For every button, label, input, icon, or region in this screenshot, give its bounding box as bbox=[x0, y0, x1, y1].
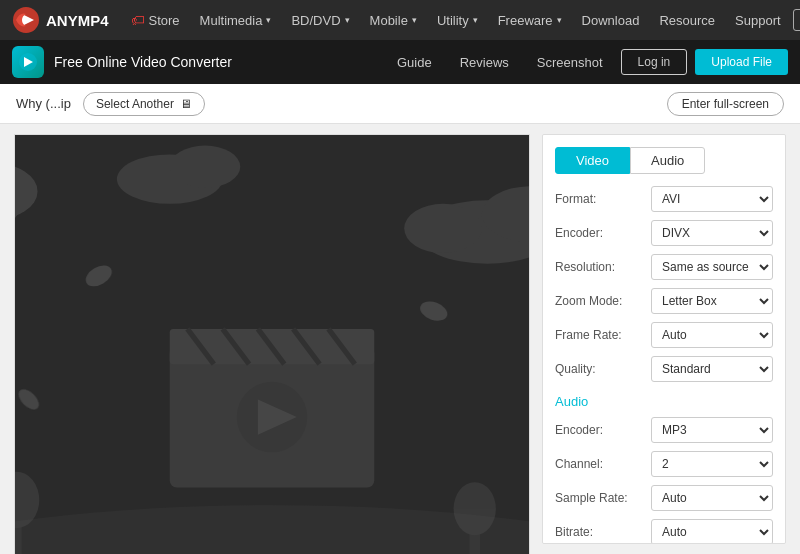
store-label: Store bbox=[149, 13, 180, 28]
audio-section-label: Audio bbox=[555, 394, 773, 409]
nav-download[interactable]: Download bbox=[574, 9, 648, 32]
encoder-select[interactable]: DIVX H.264 MPEG4 bbox=[651, 220, 773, 246]
why-text: Why (...ip bbox=[16, 96, 71, 111]
nav-bddvd[interactable]: BD/DVD ▾ bbox=[283, 9, 357, 32]
channel-select[interactable]: 2 1 6 bbox=[651, 451, 773, 477]
nav-mobile-label: Mobile bbox=[370, 13, 408, 28]
svg-point-9 bbox=[404, 204, 482, 253]
chevron-down-icon: ▾ bbox=[473, 15, 478, 25]
nav-freeware[interactable]: Freeware ▾ bbox=[490, 9, 570, 32]
bitrate-select[interactable]: Auto 128k 256k 320k bbox=[651, 519, 773, 544]
store-nav-item[interactable]: 🏷 Store bbox=[123, 8, 188, 32]
guide-link[interactable]: Guide bbox=[387, 51, 442, 74]
app-icon bbox=[12, 46, 44, 78]
settings-tabs: Video Audio bbox=[555, 147, 773, 174]
channel-row: Channel: 2 1 6 bbox=[555, 451, 773, 477]
chevron-down-icon: ▾ bbox=[345, 15, 350, 25]
nav-multimedia-label: Multimedia bbox=[200, 13, 263, 28]
zoom-mode-label: Zoom Mode: bbox=[555, 294, 645, 308]
bitrate-row: Bitrate: Auto 128k 256k 320k bbox=[555, 519, 773, 544]
nav-multimedia[interactable]: Multimedia ▾ bbox=[192, 9, 280, 32]
video-wrapper: ⏮ ⏭ 🔊 Please do bbox=[14, 134, 530, 544]
svg-point-11 bbox=[170, 146, 241, 188]
resolution-label: Resolution: bbox=[555, 260, 645, 274]
nav-freeware-label: Freeware bbox=[498, 13, 553, 28]
nav-support[interactable]: Support bbox=[727, 9, 789, 32]
brand-name: ANYMP4 bbox=[46, 12, 109, 29]
brand-logo-area[interactable]: ANYMP4 bbox=[12, 6, 109, 34]
resolution-select[interactable]: Same as source 1920x1080 1280x720 bbox=[651, 254, 773, 280]
channel-label: Channel: bbox=[555, 457, 645, 471]
zoom-mode-select[interactable]: Letter Box Pan Scan Full bbox=[651, 288, 773, 314]
sample-rate-label: Sample Rate: bbox=[555, 491, 645, 505]
nav-support-label: Support bbox=[735, 13, 781, 28]
enter-fullscreen-button[interactable]: Enter full-screen bbox=[667, 92, 784, 116]
quality-select[interactable]: Standard High Low bbox=[651, 356, 773, 382]
frame-rate-row: Frame Rate: Auto 24 30 60 bbox=[555, 322, 773, 348]
monitor-icon: 🖥 bbox=[180, 97, 192, 111]
video-tab[interactable]: Video bbox=[555, 147, 630, 174]
chevron-down-icon: ▾ bbox=[266, 15, 271, 25]
reviews-link[interactable]: Reviews bbox=[450, 51, 519, 74]
nav-resource-label: Resource bbox=[659, 13, 715, 28]
app-icon-svg bbox=[18, 52, 38, 72]
svg-point-24 bbox=[454, 482, 496, 535]
sec-nav-links: Guide Reviews Screenshot Log in Upload F… bbox=[387, 49, 788, 75]
screenshot-link[interactable]: Screenshot bbox=[527, 51, 613, 74]
nav-mobile[interactable]: Mobile ▾ bbox=[362, 9, 425, 32]
main-area: ⏮ ⏭ 🔊 Please do bbox=[0, 124, 800, 554]
video-background-scene bbox=[15, 135, 529, 554]
nav-download-label: Download bbox=[582, 13, 640, 28]
resolution-row: Resolution: Same as source 1920x1080 128… bbox=[555, 254, 773, 280]
upload-file-button[interactable]: Upload File bbox=[695, 49, 788, 75]
store-icon: 🏷 bbox=[131, 12, 145, 28]
audio-encoder-select[interactable]: MP3 AAC WAV bbox=[651, 417, 773, 443]
video-panel: ⏮ ⏭ 🔊 bbox=[14, 134, 530, 554]
nav-bddvd-label: BD/DVD bbox=[291, 13, 340, 28]
encoder-row: Encoder: DIVX H.264 MPEG4 bbox=[555, 220, 773, 246]
brand-icon bbox=[12, 6, 40, 34]
bitrate-label: Bitrate: bbox=[555, 525, 645, 539]
chevron-down-icon: ▾ bbox=[412, 15, 417, 25]
nav-resource[interactable]: Resource bbox=[651, 9, 723, 32]
quality-label: Quality: bbox=[555, 362, 645, 376]
select-another-button[interactable]: Select Another 🖥 bbox=[83, 92, 205, 116]
secondary-navigation: Free Online Video Converter Guide Review… bbox=[0, 40, 800, 84]
frame-rate-select[interactable]: Auto 24 30 60 bbox=[651, 322, 773, 348]
select-another-label: Select Another bbox=[96, 97, 174, 111]
app-title: Free Online Video Converter bbox=[54, 54, 232, 70]
zoom-mode-row: Zoom Mode: Letter Box Pan Scan Full bbox=[555, 288, 773, 314]
top-navigation: ANYMP4 🏷 Store Multimedia ▾ BD/DVD ▾ Mob… bbox=[0, 0, 800, 40]
content-bar: Why (...ip Select Another 🖥 Enter full-s… bbox=[0, 84, 800, 124]
frame-rate-label: Frame Rate: bbox=[555, 328, 645, 342]
audio-tab[interactable]: Audio bbox=[630, 147, 705, 174]
settings-panel: Video Audio Format: AVI MP4 MOV MKV Enco… bbox=[542, 134, 786, 544]
format-select[interactable]: AVI MP4 MOV MKV bbox=[651, 186, 773, 212]
login-button[interactable]: Login bbox=[793, 9, 800, 31]
chevron-down-icon: ▾ bbox=[557, 15, 562, 25]
sec-login-button[interactable]: Log in bbox=[621, 49, 688, 75]
sample-rate-select[interactable]: Auto 44100 48000 bbox=[651, 485, 773, 511]
nav-utility-label: Utility bbox=[437, 13, 469, 28]
audio-encoder-row: Encoder: MP3 AAC WAV bbox=[555, 417, 773, 443]
quality-row: Quality: Standard High Low bbox=[555, 356, 773, 382]
format-label: Format: bbox=[555, 192, 645, 206]
audio-encoder-label: Encoder: bbox=[555, 423, 645, 437]
encoder-label: Encoder: bbox=[555, 226, 645, 240]
format-row: Format: AVI MP4 MOV MKV bbox=[555, 186, 773, 212]
sample-rate-row: Sample Rate: Auto 44100 48000 bbox=[555, 485, 773, 511]
video-screen bbox=[15, 135, 529, 554]
nav-utility[interactable]: Utility ▾ bbox=[429, 9, 486, 32]
